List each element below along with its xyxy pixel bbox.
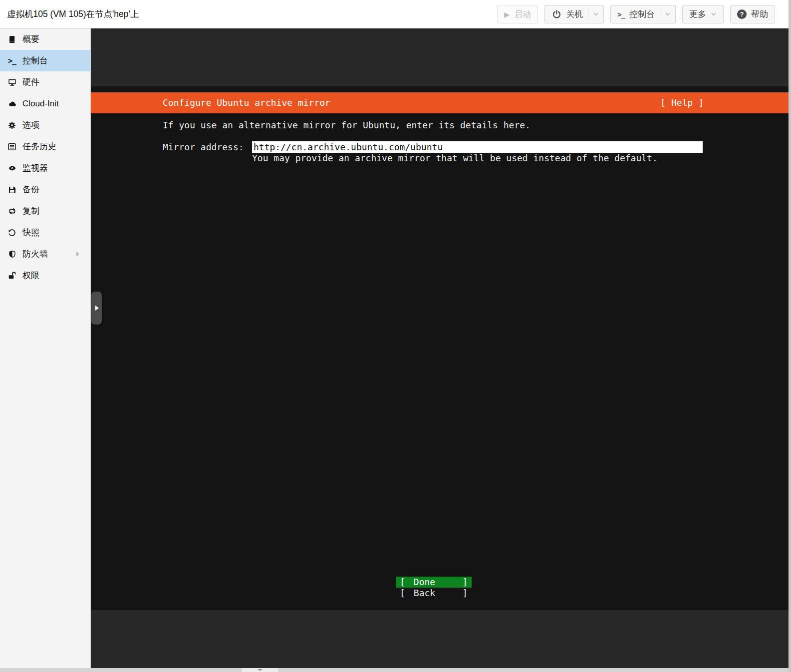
sidebar-item-console[interactable]: >_ 控制台	[0, 50, 90, 71]
back-button[interactable]: [ Back ]	[396, 588, 472, 599]
task-list-icon	[7, 143, 17, 151]
sidebar-item-label: 概要	[22, 33, 39, 45]
vm-toolbar: ▶ 启动 关机 >_ 控制台	[497, 5, 775, 23]
done-button[interactable]: [ Done ]	[396, 577, 472, 588]
sidebar-item-label: 任务历史	[22, 141, 56, 152]
terminal-icon: >_	[7, 57, 17, 65]
console-button-label: 控制台	[629, 8, 655, 20]
monitor-icon	[7, 78, 17, 86]
shield-icon	[7, 250, 17, 258]
sidebar-item-task-history[interactable]: 任务历史	[0, 136, 90, 157]
chevron-right-icon	[76, 252, 79, 257]
sidebar-item-label: 备份	[22, 184, 39, 195]
bottom-splitter-bar	[0, 668, 789, 672]
bracket-close: ]	[462, 577, 468, 588]
sidebar-item-label: 监视器	[22, 162, 48, 174]
bracket-open: [	[400, 577, 405, 588]
power-icon	[551, 10, 561, 18]
cloud-icon	[7, 100, 17, 108]
chevron-right-icon	[95, 306, 99, 311]
sidebar-item-label: 快照	[22, 227, 39, 238]
sidebar-collapse-handle[interactable]	[91, 292, 102, 325]
done-button-label: Done	[414, 577, 435, 588]
gear-icon	[7, 121, 17, 129]
sidebar-item-label: 控制台	[22, 55, 48, 66]
vm-header-bar: 虚拟机105 (VM 105)在节点'hep'上 ▶ 启动 关机 >_ 控制台	[0, 0, 791, 28]
help-button[interactable]: ? 帮助	[730, 5, 775, 23]
shutdown-split-button: 关机	[544, 5, 604, 23]
sidebar-item-label: 复制	[22, 205, 39, 217]
chevron-down-icon	[711, 12, 717, 16]
help-button-label: 帮助	[751, 8, 768, 20]
sidebar-item-monitor[interactable]: 监视器	[0, 157, 90, 179]
installer-help-link[interactable]: [ Help ]	[660, 97, 704, 108]
sidebar-item-label: 硬件	[22, 76, 39, 88]
sidebar-item-options[interactable]: 选项	[0, 114, 90, 136]
console-button[interactable]: >_ 控制台	[611, 5, 660, 23]
repeat-icon	[7, 207, 17, 215]
back-button-label: Back	[414, 588, 435, 599]
terminal-icon: >_	[617, 10, 625, 18]
console-dropdown-toggle[interactable]	[660, 5, 675, 23]
bracket-close: ]	[462, 588, 468, 599]
sidebar-item-snapshots[interactable]: 快照	[0, 222, 90, 243]
sidebar-item-backup[interactable]: 备份	[0, 179, 90, 200]
sidebar-item-label: 权限	[22, 270, 39, 281]
sidebar-item-firewall[interactable]: 防火墙	[0, 243, 90, 265]
shutdown-button-label: 关机	[566, 8, 583, 20]
vm-framebuffer[interactable]: Configure Ubuntu archive mirror [ Help ]…	[90, 86, 789, 610]
sidebar-item-label: 防火墙	[22, 248, 48, 260]
more-button[interactable]: 更多	[682, 5, 724, 23]
sidebar-item-replication[interactable]: 复制	[0, 200, 90, 222]
bottom-panel-expand-handle[interactable]	[242, 668, 278, 672]
sidebar-item-hardware[interactable]: 硬件	[0, 71, 90, 93]
eye-icon	[7, 164, 17, 172]
play-icon: ▶	[504, 11, 510, 18]
installer-intro-text: If you use an alternative mirror for Ubu…	[163, 120, 530, 131]
console-viewport: Configure Ubuntu archive mirror [ Help ]…	[91, 28, 789, 668]
chevron-down-icon	[593, 12, 599, 16]
floppy-icon	[7, 186, 17, 194]
start-button[interactable]: ▶ 启动	[497, 5, 538, 23]
chevron-down-icon	[258, 669, 263, 671]
page-scrollbar[interactable]	[789, 0, 791, 672]
installer-title: Configure Ubuntu archive mirror	[163, 97, 330, 108]
sidebar-item-permissions[interactable]: 权限	[0, 265, 90, 286]
sidebar-item-summary[interactable]: 概要	[0, 28, 90, 50]
question-circle-icon: ?	[737, 9, 747, 19]
console-split-button: >_ 控制台	[610, 5, 676, 23]
shutdown-button[interactable]: 关机	[545, 5, 588, 23]
shutdown-dropdown-toggle[interactable]	[588, 5, 603, 23]
page-title: 虚拟机105 (VM 105)在节点'hep'上	[7, 8, 139, 20]
more-button-label: 更多	[689, 8, 706, 20]
unlock-icon	[7, 272, 17, 280]
vm-sidebar: 概要 >_ 控制台 硬件 Cloud-Init 选项 任务历史 监视器	[0, 28, 91, 668]
book-icon	[7, 35, 17, 43]
chevron-down-icon	[665, 12, 671, 16]
sidebar-item-label: 选项	[22, 119, 39, 131]
bracket-open: [	[400, 588, 405, 599]
start-button-label: 启动	[514, 8, 531, 20]
history-icon	[7, 229, 17, 237]
installer-title-bar: Configure Ubuntu archive mirror [ Help ]	[90, 92, 789, 113]
mirror-address-hint: You may provide an archive mirror that w…	[252, 153, 658, 164]
mirror-address-label: Mirror address:	[163, 142, 244, 153]
sidebar-item-label: Cloud-Init	[22, 99, 59, 109]
mirror-address-input[interactable]	[252, 141, 703, 153]
sidebar-item-cloud-init[interactable]: Cloud-Init	[0, 93, 90, 114]
